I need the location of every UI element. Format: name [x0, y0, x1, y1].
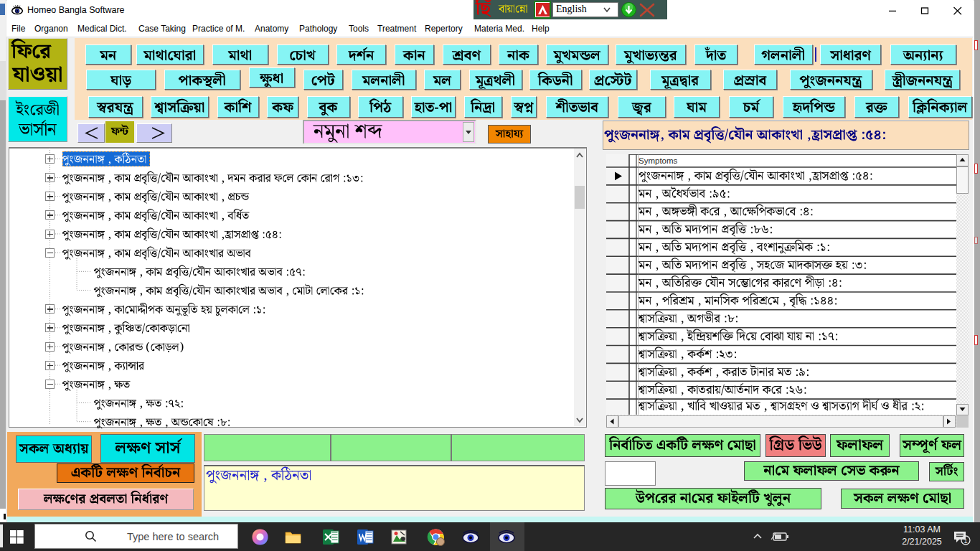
svg-text:1: 1 [963, 537, 967, 545]
